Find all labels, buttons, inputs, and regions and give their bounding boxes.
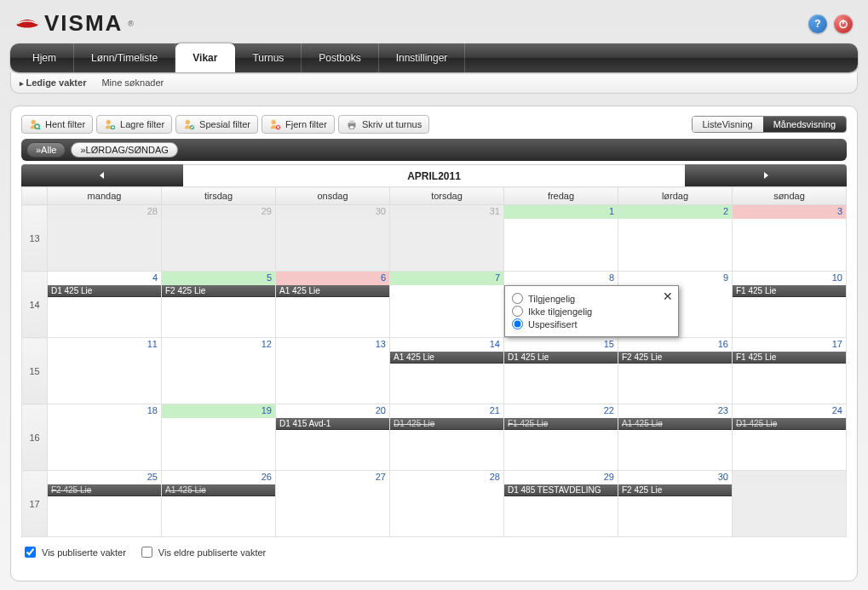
lagre-filter-button[interactable]: Lagre filter (96, 115, 172, 134)
help-icon[interactable]: ? (808, 14, 827, 33)
calendar-cell[interactable]: 30 (276, 205, 390, 272)
calendar-cell[interactable]: 22F1 425 Lie (504, 404, 618, 471)
availability-option[interactable]: Tilgjengelig (512, 293, 671, 304)
date-number: 31 (490, 206, 500, 216)
calendar-cell[interactable]: 31 (390, 205, 504, 272)
calendar-cell[interactable]: 23A1 425 Lie (618, 404, 733, 471)
shift-event[interactable]: D1 415 Avd-1 (276, 418, 389, 430)
nav-tab-postboks[interactable]: Postboks (302, 43, 378, 72)
skriv-ut-button[interactable]: Skriv ut turnus (338, 115, 429, 134)
date-number: 20 (376, 405, 386, 415)
calendar-cell[interactable]: 27 (276, 471, 390, 537)
nav-tab-l-nn-timeliste[interactable]: Lønn/Timeliste (74, 43, 175, 72)
shift-event[interactable]: F2 425 Lie (162, 285, 275, 297)
availability-radio[interactable] (512, 318, 523, 329)
svg-point-5 (106, 120, 111, 124)
calendar-cell[interactable]: 26A1 425 Lie (162, 471, 276, 537)
shift-event[interactable]: F2 425 Lie (618, 352, 732, 364)
shift-event[interactable]: A1 425 Lie (276, 285, 389, 297)
calendar-cell[interactable]: 18 (48, 404, 162, 471)
vis-publiserte-input[interactable] (25, 547, 36, 558)
hent-filter-button[interactable]: Hent filter (21, 115, 93, 134)
shift-event[interactable]: D1 425 Lie (48, 285, 161, 297)
vis-eldre-checkbox[interactable]: Vis eldre publiserte vakter (138, 544, 266, 560)
weekday-header: lørdag (618, 187, 733, 205)
next-month-button[interactable] (685, 164, 847, 186)
calendar-cell[interactable]: 20D1 415 Avd-1 (276, 404, 390, 471)
weekday-header: tirsdag (162, 187, 276, 205)
date-number: 13 (376, 339, 386, 349)
calendar-cell[interactable]: 4D1 425 Lie (48, 272, 162, 338)
calendar-cell[interactable]: 15D1 425 Lie (504, 338, 618, 404)
filter-weekend-pill[interactable]: »LØRDAG/SØNDAG (71, 142, 177, 158)
calendar-cell[interactable]: 13 (276, 338, 390, 404)
calendar-cell[interactable]: 3 (733, 205, 847, 272)
calendar-cell[interactable]: 14A1 425 Lie (390, 338, 504, 404)
subnav-ledige-vakter[interactable]: Ledige vakter (20, 77, 86, 88)
calendar-cell[interactable]: 11 (48, 338, 162, 404)
calendar-cell[interactable]: 29 (162, 205, 276, 272)
availability-option[interactable]: Uspesifisert (512, 318, 671, 329)
calendar-cell[interactable]: 29D1 485 TESTAVDELING (504, 471, 618, 537)
nav-tab-vikar[interactable]: Vikar (175, 43, 235, 72)
date-number: 4 (152, 272, 158, 283)
availability-radio[interactable] (512, 306, 523, 317)
date-number: 24 (832, 405, 842, 415)
availability-option[interactable]: Ikke tilgjengelig (512, 306, 671, 317)
calendar-cell[interactable]: 2 (618, 205, 733, 272)
date-number: 18 (147, 405, 158, 415)
nav-tab-hjem[interactable]: Hjem (15, 43, 74, 72)
calendar-cell[interactable]: 16F2 425 Lie (618, 338, 733, 404)
vis-eldre-input[interactable] (141, 547, 152, 558)
prev-month-button[interactable] (21, 164, 183, 186)
month-view-button[interactable]: Månedsvisning (763, 117, 846, 132)
triangle-right-icon (762, 171, 770, 180)
shift-event[interactable]: A1 425 Lie (162, 484, 275, 496)
calendar-cell[interactable]: 28 (48, 205, 162, 272)
calendar-cell[interactable]: 1 (504, 205, 618, 272)
shift-event[interactable]: F1 425 Lie (733, 352, 846, 364)
shift-event[interactable]: D1 425 Lie (390, 418, 503, 430)
subnav-mine-s-knader[interactable]: Mine søknader (101, 77, 164, 88)
spesial-filter-button[interactable]: Spesial filter (175, 115, 258, 134)
save-plus-icon (104, 118, 116, 130)
power-icon[interactable] (834, 14, 853, 33)
shift-event[interactable]: D1 425 Lie (733, 418, 846, 430)
shift-event[interactable]: F1 425 Lie (733, 285, 846, 297)
shift-event[interactable]: F2 425 Lie (618, 484, 732, 496)
shift-event[interactable]: F1 425 Lie (504, 418, 618, 430)
calendar-cell[interactable]: 6A1 425 Lie (276, 272, 390, 338)
calendar-cell[interactable]: 5F2 425 Lie (162, 272, 276, 338)
fjern-filter-button[interactable]: Fjern filter (262, 115, 335, 134)
calendar-cell[interactable]: 8✕TilgjengeligIkke tilgjengeligUspesifis… (504, 272, 618, 338)
list-view-button[interactable]: ListeVisning (693, 117, 763, 132)
calendar-cell[interactable]: 7 (390, 272, 504, 338)
shift-event[interactable]: D1 485 TESTAVDELING (504, 484, 618, 496)
shift-event[interactable]: F2 425 Lie (48, 484, 161, 496)
calendar-cell[interactable]: 21D1 425 Lie (390, 404, 504, 471)
vis-publiserte-checkbox[interactable]: Vis publiserte vakter (21, 544, 126, 560)
calendar-cell[interactable]: 24D1 425 Lie (733, 404, 847, 471)
calendar-cell[interactable]: 19 (162, 404, 276, 471)
calendar-cell[interactable]: 10F1 425 Lie (733, 272, 847, 338)
calendar-cell[interactable]: 12 (162, 338, 276, 404)
calendar-cell[interactable]: 17F1 425 Lie (733, 338, 847, 404)
calendar-cell[interactable]: 30F2 425 Lie (618, 471, 733, 537)
date-number: 21 (490, 405, 500, 415)
calendar-cell[interactable]: 28 (390, 471, 504, 537)
date-number: 30 (718, 472, 728, 482)
triangle-left-icon (98, 171, 106, 180)
availability-radio[interactable] (512, 293, 523, 304)
nav-tab-innstillinger[interactable]: Innstillinger (379, 43, 466, 72)
calendar-cell[interactable]: 25F2 425 Lie (48, 471, 162, 537)
filter-all-pill[interactable]: »Alle (26, 142, 66, 158)
close-icon[interactable]: ✕ (663, 289, 673, 303)
nav-tab-turnus[interactable]: Turnus (235, 43, 302, 72)
calendar-cell[interactable] (733, 471, 847, 537)
main-nav: HjemLønn/TimelisteVikarTurnusPostboksInn… (10, 43, 858, 72)
shift-event[interactable]: A1 425 Lie (390, 352, 503, 364)
date-number: 10 (832, 272, 842, 283)
shift-event[interactable]: A1 425 Lie (618, 418, 732, 430)
date-number: 9 (723, 272, 728, 283)
shift-event[interactable]: D1 425 Lie (504, 352, 618, 364)
